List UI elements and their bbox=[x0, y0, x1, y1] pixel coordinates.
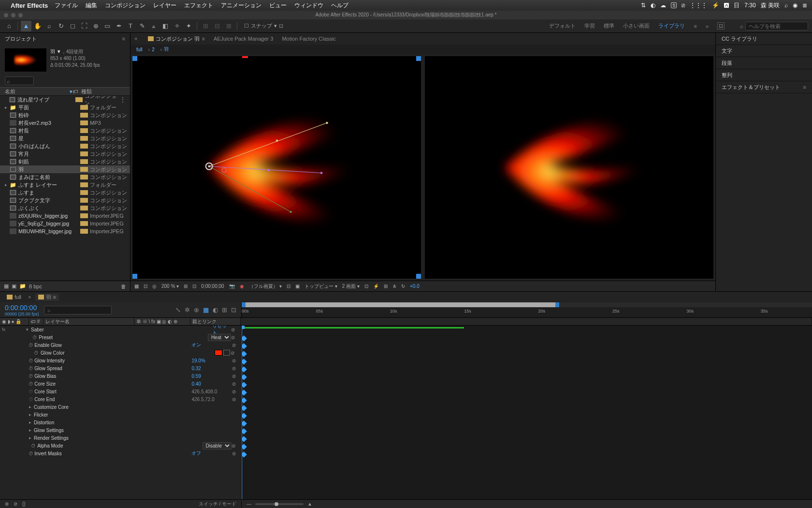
property-row[interactable]: ⏱Alpha ModeDisable⊘ bbox=[0, 442, 241, 449]
link-icon[interactable]: ⊘ bbox=[232, 443, 239, 448]
workspace-menu-icon[interactable]: ≡ bbox=[694, 23, 696, 29]
keyframe-diamond[interactable] bbox=[242, 389, 247, 396]
new-comp-icon[interactable]: ▣ bbox=[12, 283, 16, 289]
keyframe-diamond[interactable] bbox=[242, 428, 247, 434]
display-icon[interactable]: ⎚ bbox=[682, 2, 685, 9]
viewer-magnify-icon[interactable]: ⊡ bbox=[144, 284, 147, 289]
menu-composition[interactable]: コンポジション bbox=[105, 1, 145, 10]
workspace-small[interactable]: 小さい画面 bbox=[623, 22, 650, 30]
snap-grid-icon[interactable]: ⊡ bbox=[279, 23, 283, 29]
clock-time[interactable]: 7:30 bbox=[744, 2, 755, 9]
project-item[interactable]: 粉砕コンポジション bbox=[0, 111, 130, 119]
property-row[interactable]: ⏱Glow Color⊘ bbox=[0, 349, 241, 357]
camera-tool-icon[interactable]: ⛶ bbox=[79, 21, 89, 31]
help-search-input[interactable] bbox=[745, 22, 808, 30]
switches-modes-label[interactable]: スイッチ / モード bbox=[199, 501, 236, 508]
view-pane-left[interactable] bbox=[132, 56, 421, 279]
viewer-mask-icon[interactable]: ▣ bbox=[295, 284, 300, 289]
control-center-icon[interactable]: ≣ bbox=[802, 2, 807, 9]
stopwatch-icon[interactable]: ⏱ bbox=[29, 374, 33, 379]
effects-panel-menu-icon[interactable]: ≡ bbox=[803, 84, 806, 90]
breadcrumb-2[interactable]: ‹ 2 bbox=[148, 47, 155, 52]
frame-blend-icon[interactable]: ▦ bbox=[203, 306, 209, 314]
work-area-bar[interactable] bbox=[242, 302, 812, 307]
keyframe-diamond[interactable] bbox=[242, 420, 247, 427]
snap-dropdown[interactable]: ▾ bbox=[274, 23, 277, 29]
property-row[interactable]: ▸Flicker bbox=[0, 411, 241, 418]
project-col-type[interactable]: 種類 bbox=[81, 89, 92, 94]
keyframe-diamond[interactable] bbox=[242, 451, 247, 458]
hide-shy-icon[interactable]: ⊕ bbox=[194, 306, 199, 314]
viewer-time[interactable]: 0;00;00;00 bbox=[201, 284, 224, 289]
username[interactable]: 森 美咲 bbox=[761, 1, 780, 10]
clone-stamp-tool-icon[interactable]: ⟁ bbox=[148, 21, 159, 31]
menu-animation[interactable]: アニメーション bbox=[221, 1, 261, 10]
timeline-tab-full[interactable]: full bbox=[4, 294, 24, 300]
project-col-tag-icon[interactable]: 🏷 bbox=[72, 89, 78, 94]
col-av-icons[interactable]: ◉ ◗ ● 🔒 bbox=[2, 319, 21, 324]
tab-motion-factory[interactable]: Motion Factory Classic bbox=[282, 36, 335, 42]
link-icon[interactable]: ⊘ bbox=[231, 335, 239, 340]
col-label-icon[interactable]: 🏷 # bbox=[31, 319, 40, 324]
col-layer-name[interactable]: レイヤー名 bbox=[45, 318, 70, 325]
rectangle-tool-icon[interactable]: ▭ bbox=[102, 21, 113, 31]
link-icon[interactable]: ⊘ bbox=[232, 366, 239, 371]
keyframe-diamond[interactable] bbox=[242, 351, 247, 357]
keyframe-diamond[interactable] bbox=[242, 413, 247, 419]
viewer-res-icon[interactable]: ⊞ bbox=[184, 284, 188, 289]
link-icon[interactable]: ⊘ bbox=[232, 451, 239, 456]
menu-layer[interactable]: レイヤー bbox=[153, 1, 176, 10]
project-item[interactable]: 村長コンポジション bbox=[0, 127, 130, 134]
stopwatch-icon[interactable]: ⏱ bbox=[31, 443, 36, 448]
property-row[interactable]: ⏱Core Size0.40⊘ bbox=[0, 380, 241, 388]
project-panel-title[interactable]: プロジェクト bbox=[5, 35, 37, 43]
viewer-3d-icon[interactable]: ◎ bbox=[152, 284, 157, 289]
hand-tool-icon[interactable]: ✋ bbox=[32, 21, 43, 31]
home-icon[interactable]: ⌂ bbox=[4, 21, 14, 31]
menu-view[interactable]: ビュー bbox=[269, 1, 287, 10]
close-tab-icon[interactable]: × bbox=[134, 36, 137, 42]
stopwatch-icon[interactable]: ⏱ bbox=[29, 451, 33, 456]
property-row[interactable]: ▸Customize Core bbox=[0, 403, 241, 411]
property-row[interactable]: ▸Glow Settings bbox=[0, 426, 241, 434]
project-item[interactable]: 宵月コンポジション bbox=[0, 150, 130, 158]
brush-tool-icon[interactable]: ✎ bbox=[137, 21, 147, 31]
keyframe-diamond[interactable] bbox=[242, 335, 247, 342]
keyframe-diamond[interactable] bbox=[242, 397, 247, 403]
interpret-footage-icon[interactable]: ▦ bbox=[4, 283, 9, 289]
menu-help[interactable]: ヘルプ bbox=[331, 1, 348, 10]
project-item[interactable]: MBUWHfiR_bigger.jpgImporterJPEG bbox=[0, 227, 130, 235]
project-item[interactable]: ▸📁平面フォルダー bbox=[0, 104, 130, 111]
stopwatch-icon[interactable]: ⏱ bbox=[34, 350, 40, 356]
link-icon[interactable]: ⊘ bbox=[232, 343, 239, 348]
keyframe-diamond[interactable] bbox=[242, 343, 247, 349]
panel-cc-libraries[interactable]: CC ライブラリ bbox=[722, 35, 757, 43]
project-item[interactable]: 村長ver2.mp3MP3 bbox=[0, 119, 130, 127]
input-a-icon[interactable]: A bbox=[724, 3, 729, 8]
comp-name[interactable]: 羽 ▼ bbox=[50, 49, 61, 54]
puppet-tool-icon[interactable]: ✦ bbox=[183, 21, 194, 31]
comp-mini-flowchart-icon[interactable]: ⤡ bbox=[175, 306, 181, 314]
project-item[interactable]: yE_9qEgZ_bigger.jpgImporterJPEG bbox=[0, 220, 130, 227]
roto-brush-tool-icon[interactable]: ✧ bbox=[172, 21, 182, 31]
viewer-flowchart-icon[interactable]: ⋔ bbox=[392, 284, 396, 289]
viewer-exposure[interactable]: +0.0 bbox=[410, 284, 420, 289]
stopwatch-icon[interactable]: ⏱ bbox=[29, 358, 33, 363]
menu-file[interactable]: ファイル bbox=[55, 1, 78, 10]
viewer-quality[interactable]: （フル画質） ▾ bbox=[249, 283, 282, 290]
timeline-tab-hane[interactable]: 羽 ≡ bbox=[35, 294, 59, 301]
project-item[interactable]: ブクブク文字コンポジション bbox=[0, 196, 130, 204]
selection-tool-icon[interactable]: ▲ bbox=[21, 21, 31, 31]
panel-align[interactable]: 整列 bbox=[722, 72, 732, 79]
viewer-channel-icon[interactable]: ◉ bbox=[240, 284, 244, 289]
tab-aejuice[interactable]: AEJuice Pack Manager 3 bbox=[214, 36, 274, 42]
breadcrumb-hane[interactable]: ‹ 羽 bbox=[160, 46, 169, 53]
new-folder-icon[interactable]: 📁 bbox=[19, 283, 26, 289]
timeline-properties[interactable]: fx▾Saberリセット⊘⏱PresetHeat⊘⏱Enable Glowオン⊘… bbox=[0, 326, 242, 499]
clock-day[interactable]: 日 bbox=[734, 1, 740, 10]
view-pane-right[interactable] bbox=[425, 56, 713, 279]
project-item[interactable]: まみぼこ名前コンポジション bbox=[0, 173, 130, 181]
pan-behind-tool-icon[interactable]: ⊕ bbox=[90, 21, 101, 31]
col-parent[interactable]: 親とリンク bbox=[192, 318, 217, 325]
stopwatch-icon[interactable]: ⏱ bbox=[29, 397, 33, 402]
